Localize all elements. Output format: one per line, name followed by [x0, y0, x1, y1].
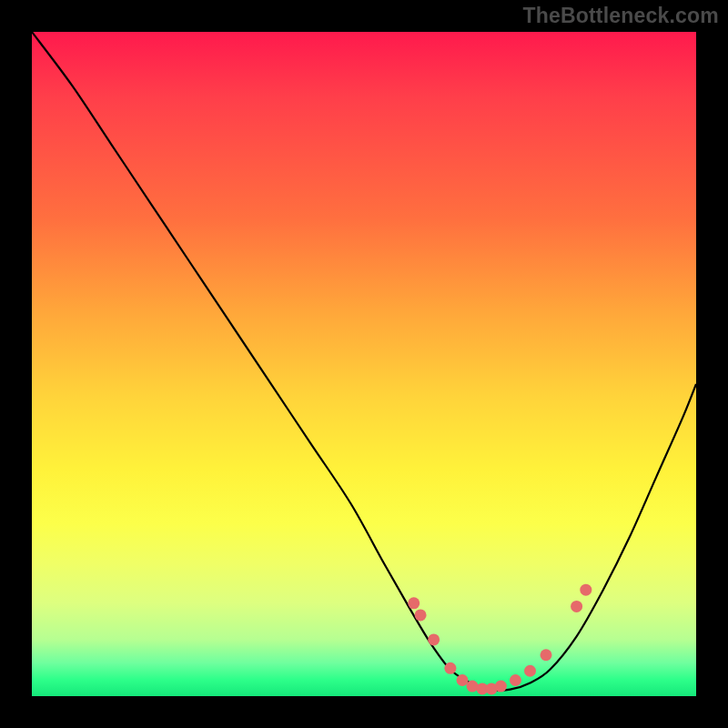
curve-marker: [444, 662, 456, 674]
curve-layer: [32, 32, 696, 696]
curve-markers: [408, 584, 592, 695]
chart-frame: TheBottleneck.com: [0, 0, 728, 728]
curve-marker: [457, 674, 469, 686]
curve-marker: [580, 584, 592, 596]
plot-area: [32, 32, 696, 696]
curve-marker: [571, 601, 582, 612]
curve-marker: [495, 681, 507, 693]
curve-marker: [408, 597, 420, 609]
watermark-text: TheBottleneck.com: [522, 4, 719, 28]
curve-marker: [415, 609, 427, 621]
curve-marker: [428, 633, 440, 645]
curve-marker: [466, 681, 478, 693]
curve-marker: [541, 649, 552, 661]
curve-marker: [510, 674, 521, 686]
curve-marker: [524, 665, 536, 677]
bottleneck-curve: [32, 32, 696, 691]
